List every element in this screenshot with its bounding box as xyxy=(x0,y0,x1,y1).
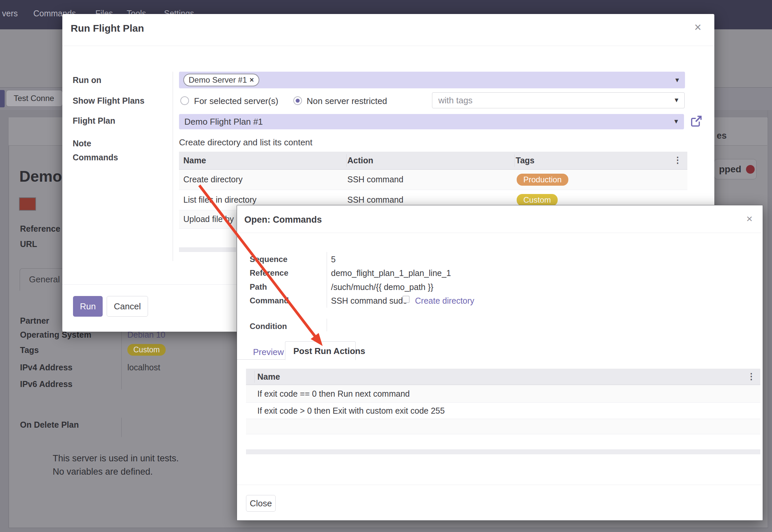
column-tags[interactable]: Tags xyxy=(516,156,535,165)
run-button[interactable]: Run xyxy=(73,296,103,317)
create-directory-checkbox[interactable] xyxy=(402,296,410,303)
tags-label: Tags xyxy=(20,345,39,355)
chip-remove-icon[interactable]: × xyxy=(250,76,254,84)
close-icon[interactable]: × xyxy=(746,213,753,225)
radio-selected-servers-label[interactable]: For selected server(s) xyxy=(194,96,278,106)
tab-post-run-actions[interactable]: Post Run Actions xyxy=(285,341,356,360)
radio-non-server-restricted[interactable] xyxy=(293,96,302,105)
column-name[interactable]: Name xyxy=(257,372,280,382)
kebab-menu-icon[interactable]: ⋮ xyxy=(673,155,682,165)
reference-label: Reference xyxy=(250,268,288,278)
command-value: SSH command sudo xyxy=(331,296,407,306)
clipped-action-button[interactable] xyxy=(0,90,5,107)
ipv4-label: IPv4 Address xyxy=(20,363,72,372)
label-column-divider xyxy=(327,252,327,308)
label-column-divider xyxy=(173,72,173,261)
test-connection-button[interactable]: Test Conne xyxy=(6,90,63,107)
horizontal-scrollbar[interactable] xyxy=(179,247,236,252)
radio-non-server-restricted-label[interactable]: Non server restricted xyxy=(307,96,387,106)
kebab-menu-icon[interactable]: ⋮ xyxy=(747,371,756,382)
status-stopped-button[interactable]: pped xyxy=(714,159,757,179)
radio-selected-servers[interactable] xyxy=(180,96,189,105)
table-row[interactable]: If exit code == 0 then Run next command xyxy=(246,385,760,403)
caret-down-icon[interactable]: ▾ xyxy=(675,96,678,104)
column-divider xyxy=(514,154,515,167)
url-label: URL xyxy=(20,239,37,249)
table-row[interactable] xyxy=(246,419,760,434)
color-swatch[interactable] xyxy=(19,197,36,211)
status-red-dot-icon xyxy=(746,165,755,174)
ipv4-value: localhost xyxy=(127,363,160,372)
no-variables-note: No variables are defined. xyxy=(53,467,153,477)
tag-badge: Production xyxy=(517,174,568,186)
column-action[interactable]: Action xyxy=(347,156,373,165)
commands-table-header: Name Action Tags ⋮ xyxy=(179,152,687,170)
run-on-label: Run on xyxy=(73,75,101,85)
horizontal-scrollbar[interactable] xyxy=(246,449,760,454)
open-commands-modal: Open: Commands × Sequence Reference Path… xyxy=(237,205,763,521)
commands-label: Commands xyxy=(73,153,118,162)
create-directory-link[interactable]: Create directory xyxy=(415,296,474,306)
table-row[interactable]: If exit code > 0 then Exit with custom e… xyxy=(246,403,760,419)
card-right-border xyxy=(768,110,768,527)
condition-label: Condition xyxy=(250,322,287,331)
path-label: Path xyxy=(250,282,267,292)
show-flight-plans-label: Show Flight Plans xyxy=(73,96,144,106)
tab-preview[interactable]: Preview xyxy=(253,347,284,357)
label-column-divider xyxy=(327,319,327,331)
server-chip[interactable]: Demo Server #1 × xyxy=(183,74,259,86)
ipv6-label: IPv6 Address xyxy=(20,379,72,389)
path-value: /such/much/{{ demo_path }} xyxy=(331,282,433,292)
partner-label: Partner xyxy=(20,316,49,326)
on-delete-plan-label: On Delete Plan xyxy=(20,420,79,430)
tag-badge: Custom xyxy=(517,194,558,206)
external-link-icon[interactable] xyxy=(689,114,703,128)
tab-row-border xyxy=(237,359,285,360)
unit-test-note: This server is used in unit tests. xyxy=(53,453,179,464)
column-divider xyxy=(346,154,347,167)
table-row[interactable]: Create directory SSH command Production xyxy=(179,170,687,190)
flight-plan-label: Flight Plan xyxy=(73,116,115,126)
modal-header-divider xyxy=(237,233,762,233)
reference-value: demo_flight_plan_1_plan_line_1 xyxy=(331,268,451,278)
with-tags-select[interactable]: with tags ▾ xyxy=(432,92,685,108)
modal-footer-divider xyxy=(237,485,762,485)
server-name-heading: Demo xyxy=(19,167,63,186)
sequence-value: 5 xyxy=(331,255,336,264)
cancel-button[interactable]: Cancel xyxy=(107,296,148,317)
background-tab-fragment: es xyxy=(717,131,727,141)
tags-badge[interactable]: Custom xyxy=(127,344,166,356)
field-separator-line xyxy=(121,418,122,437)
run-on-field[interactable]: Demo Server #1 × ▾ xyxy=(179,72,685,88)
reference-label: Reference xyxy=(20,224,60,234)
plan-description: Create directory and list its content xyxy=(179,137,312,148)
field-separator-line xyxy=(121,330,122,389)
modal-title: Open: Commands xyxy=(244,215,322,225)
close-button[interactable]: Close xyxy=(246,495,276,512)
command-label: Command xyxy=(250,296,289,305)
note-label: Note xyxy=(73,139,91,148)
column-divider xyxy=(254,371,255,383)
post-run-table-header: Name ⋮ xyxy=(246,369,760,385)
caret-down-icon[interactable]: ▾ xyxy=(674,117,678,126)
post-run-actions-table: Name ⋮ If exit code == 0 then Run next c… xyxy=(246,369,760,434)
tab-general[interactable]: General xyxy=(20,268,67,291)
close-icon[interactable]: × xyxy=(694,21,701,33)
nav-item-servers-partial[interactable]: vers xyxy=(2,9,18,18)
caret-down-icon[interactable]: ▾ xyxy=(675,76,679,84)
screen: vers Commands Files Tools Settings Test … xyxy=(0,0,772,532)
modal-header-divider xyxy=(62,46,714,46)
column-name[interactable]: Name xyxy=(183,156,206,165)
flight-plan-select[interactable]: Demo Flight Plan #1 ▾ xyxy=(179,114,684,129)
sequence-label: Sequence xyxy=(250,255,287,264)
modal-title: Run Flight Plan xyxy=(71,23,144,34)
